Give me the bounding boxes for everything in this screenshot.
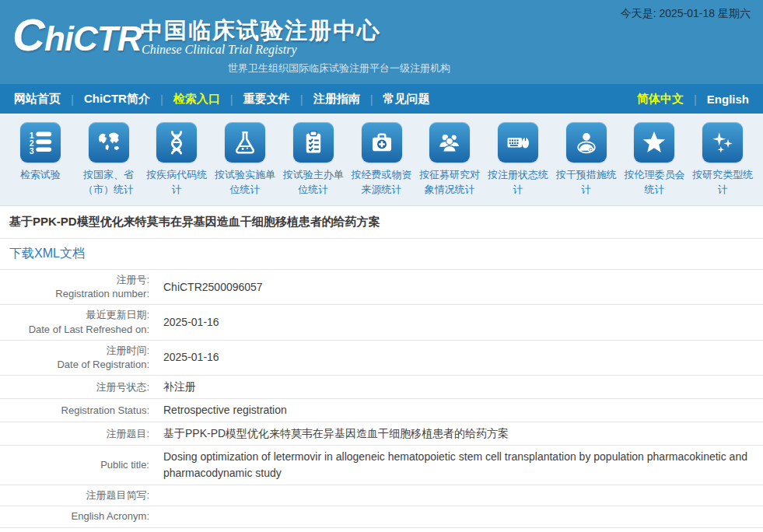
toolbar-item-label: 按疾病代码统计 [142, 168, 211, 198]
world-map-icon [89, 122, 129, 163]
table-row-registration-status-zh: 注册号状态: 补注册 [0, 376, 763, 399]
table-row-date-of-registration: 注册时间:Date of Registration: 2025-01-16 [0, 341, 763, 376]
toolbar-item-label: 按试验主办单位统计 [279, 168, 348, 198]
table-row-last-refreshed: 最近更新日期:Date of Last Refreshed on: 2025-0… [0, 305, 763, 340]
numbered-list-icon: 1 2 3 [20, 122, 61, 163]
download-xml-row: 下载XML文档 [0, 239, 763, 270]
page-title: 基于PPK-PD模型优化来特莫韦在异基因造血干细胞移植患者的给药方案 [0, 206, 763, 239]
row-label: 注册题目简写: [0, 485, 156, 506]
nav-item-search[interactable]: 检索入口 [173, 92, 220, 107]
nav-divider: | [300, 93, 303, 106]
row-label: 注册号:Registration number: [0, 270, 156, 304]
row-label: 研究课题的正式科学名称: [0, 529, 156, 532]
nav-item-about[interactable]: ChiCTR简介 [84, 92, 150, 107]
row-value: 补注册 [156, 376, 763, 398]
table-row-english-acronym: English Acronym: [0, 506, 763, 527]
table-row-registration-status-en: Registration Status: Retrospective regis… [0, 399, 763, 422]
row-value: 基于PPK-PD模型优化来特莫韦在异基因造血干细胞移植患者的给药方案 [156, 528, 763, 532]
nav-item-documents[interactable]: 重要文件 [243, 92, 290, 107]
row-value: Dosing optimization of letermovir in all… [156, 446, 763, 485]
nav-item-faq[interactable]: 常见问题 [383, 92, 430, 107]
doctor-icon [566, 122, 607, 163]
nav-divider: | [160, 93, 163, 106]
current-date: 今天是: 2025-01-18 星期六 [621, 7, 751, 21]
nav-divider: | [370, 93, 373, 106]
main-nav: 网站首页 | ChiCTR简介 | 检索入口 | 重要文件 | 注册指南 | 常… [0, 84, 763, 114]
first-aid-kit-icon [362, 122, 402, 163]
toolbar-item-label: 按经费或物资来源统计 [348, 168, 416, 198]
toolbar-item-label: 按伦理委员会统计 [621, 168, 689, 198]
site-title-zh: 中国临床试验注册中心 [140, 16, 381, 47]
toolbar-item-by-study-type[interactable]: 按研究类型统计 [688, 122, 757, 205]
toolbar-item-label: 检索试验 [6, 168, 75, 183]
toolbar-item-by-implementing-unit[interactable]: 按试验实施单位统计 [211, 122, 279, 205]
row-label: Public title: [0, 455, 156, 475]
toolbar-item-by-sponsor-unit[interactable]: 按试验主办单位统计 [279, 122, 348, 205]
toolbar-item-search-trials[interactable]: 1 2 3 检索试验 [6, 122, 75, 205]
row-value [156, 513, 763, 520]
nav-divider: | [71, 93, 74, 106]
star-icon [634, 122, 674, 163]
row-label: 注册题目: [0, 424, 156, 444]
row-value: 2025-01-16 [156, 346, 763, 369]
statistics-toolbar: 1 2 3 检索试验 按国家、省（市）统计 [0, 114, 763, 206]
toolbar-item-label: 按征募研究对象情况统计 [415, 168, 484, 198]
keyboard-mouse-icon [498, 122, 538, 163]
toolbar-item-label: 按注册状态统计 [484, 168, 552, 198]
flask-icon [225, 122, 265, 163]
row-label: 注册时间:Date of Registration: [0, 341, 156, 375]
table-row-public-title-en: Public title: Dosing optimization of let… [0, 446, 763, 485]
table-row-title-acronym-zh: 注册题目简写: [0, 485, 763, 506]
dna-icon [156, 122, 197, 163]
svg-text:3: 3 [30, 146, 34, 156]
row-value: 基于PPK-PD模型优化来特莫韦在异基因造血干细胞移植患者的给药方案 [156, 422, 763, 445]
row-value: ChiCTR2500096057 [156, 276, 763, 299]
toolbar-item-by-registration-status[interactable]: 按注册状态统计 [484, 122, 552, 205]
row-value [156, 492, 763, 499]
row-label: English Acronym: [0, 506, 156, 527]
clipboard-icon [293, 122, 334, 163]
table-row-scientific-title-zh: 研究课题的正式科学名称: 基于PPK-PD模型优化来特莫韦在异基因造血干细胞移植… [0, 528, 763, 532]
chictr-logo[interactable]: ChiCTR [12, 12, 141, 58]
registration-detail-table: 注册号:Registration number: ChiCTR250009605… [0, 270, 763, 532]
sparkles-icon [702, 122, 743, 163]
row-label: 注册号状态: [0, 377, 156, 397]
row-value: 2025-01-16 [156, 311, 763, 334]
toolbar-item-by-funding-source[interactable]: 按经费或物资来源统计 [348, 122, 416, 205]
toolbar-item-label: 按研究类型统计 [688, 168, 757, 198]
lang-switch-english[interactable]: English [707, 93, 749, 106]
nav-divider: | [230, 93, 233, 106]
toolbar-item-by-country[interactable]: 按国家、省（市）统计 [75, 122, 143, 205]
toolbar-item-label: 按试验实施单位统计 [211, 168, 279, 198]
download-xml-link[interactable]: 下载XML文档 [9, 247, 85, 260]
lang-switch-chinese[interactable]: 简体中文 [637, 92, 684, 107]
nav-item-guide[interactable]: 注册指南 [313, 92, 360, 107]
toolbar-item-label: 按干预措施统计 [552, 168, 621, 198]
table-row-registration-number: 注册号:Registration number: ChiCTR250009605… [0, 270, 763, 305]
toolbar-item-label: 按国家、省（市）统计 [75, 168, 143, 198]
site-header: ChiCTR 中国临床试验注册中心 Chinese Clinical Trial… [0, 0, 763, 84]
site-subtitle: 世界卫生组织国际临床试验注册平台一级注册机构 [228, 61, 450, 75]
people-group-icon [429, 122, 470, 163]
toolbar-item-by-intervention[interactable]: 按干预措施统计 [552, 122, 621, 205]
row-value: Retrospective registration [156, 399, 763, 422]
toolbar-item-by-ethics-committee[interactable]: 按伦理委员会统计 [621, 122, 689, 205]
nav-divider: | [694, 93, 697, 106]
row-label: Registration Status: [0, 401, 156, 421]
toolbar-item-by-recruitment-status[interactable]: 按征募研究对象情况统计 [415, 122, 484, 205]
table-row-public-title-zh: 注册题目: 基于PPK-PD模型优化来特莫韦在异基因造血干细胞移植患者的给药方案 [0, 422, 763, 446]
nav-item-home[interactable]: 网站首页 [14, 92, 61, 107]
toolbar-item-by-disease-code[interactable]: 按疾病代码统计 [142, 122, 211, 205]
row-label: 最近更新日期:Date of Last Refreshed on: [0, 305, 156, 339]
site-title-en: Chinese Clinical Trial Registry [142, 43, 297, 57]
